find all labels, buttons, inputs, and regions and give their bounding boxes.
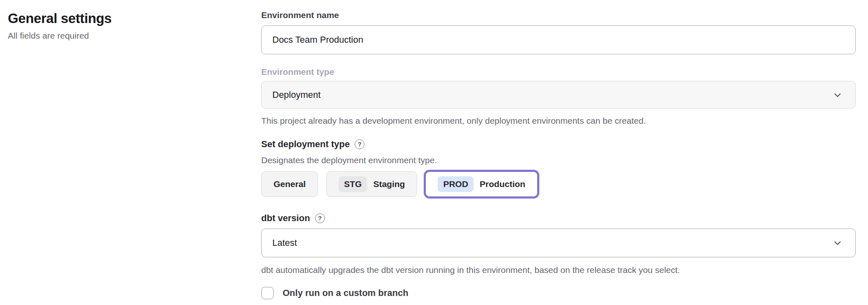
staging-badge: STG	[339, 176, 367, 192]
dbt-version-select[interactable]: Latest	[261, 229, 856, 257]
dbt-version-helper: dbt automatically upgrades the dbt versi…	[261, 265, 856, 275]
custom-branch-label[interactable]: Only run on a custom branch	[283, 287, 408, 299]
settings-header: General settings All fields are required	[8, 10, 238, 41]
environment-type-value: Deployment	[272, 90, 320, 100]
deployment-type-header: Set deployment type ?	[261, 139, 856, 150]
deployment-type-options: General STG Staging PROD Production	[261, 171, 856, 197]
environment-name-input[interactable]	[261, 25, 856, 54]
environment-type-helper: This project already has a development e…	[261, 116, 856, 126]
deployment-type-helper: Designates the deployment environment ty…	[261, 155, 856, 166]
deployment-type-production-button[interactable]: PROD Production	[425, 171, 538, 197]
deployment-type-staging-label: Staging	[373, 179, 405, 189]
help-question-icon[interactable]: ?	[315, 213, 325, 223]
chevron-down-icon	[832, 238, 843, 248]
settings-form: Environment name Environment type Deploy…	[261, 10, 856, 299]
environment-type-select[interactable]: Deployment	[261, 81, 856, 109]
deployment-type-staging-button[interactable]: STG Staging	[326, 171, 417, 197]
custom-branch-row: Only run on a custom branch	[261, 287, 856, 299]
page-subtitle: All fields are required	[8, 30, 238, 41]
dbt-version-value: Latest	[272, 238, 297, 248]
chevron-down-icon	[832, 90, 843, 100]
custom-branch-checkbox[interactable]	[261, 287, 274, 299]
environment-name-label: Environment name	[261, 10, 856, 21]
deployment-type-production-label: Production	[480, 179, 525, 189]
production-badge: PROD	[438, 176, 473, 192]
page-title: General settings	[8, 10, 238, 27]
deployment-type-general-label: General	[274, 179, 306, 189]
general-settings-page: General settings All fields are required…	[0, 0, 868, 305]
deployment-type-general-button[interactable]: General	[261, 171, 318, 197]
help-question-icon[interactable]: ?	[355, 139, 364, 149]
deployment-type-label: Set deployment type	[261, 139, 350, 150]
environment-type-label: Environment type	[261, 67, 856, 77]
dbt-version-header: dbt version ?	[261, 213, 856, 224]
dbt-version-label: dbt version	[261, 213, 310, 224]
